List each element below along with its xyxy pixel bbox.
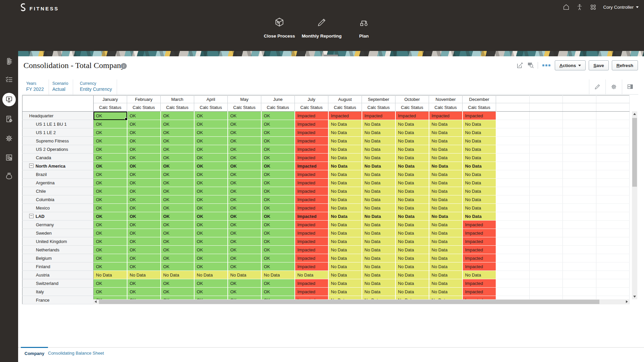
row-header[interactable]: Austria bbox=[22, 271, 94, 279]
empty-cell[interactable] bbox=[563, 179, 596, 187]
calc-status-header-empty[interactable] bbox=[596, 103, 630, 112]
empty-cell[interactable] bbox=[596, 229, 630, 237]
status-cell[interactable]: OK bbox=[261, 262, 295, 271]
status-cell[interactable]: No Data bbox=[395, 204, 429, 212]
status-cell[interactable]: OK bbox=[94, 204, 127, 212]
status-cell[interactable]: OK bbox=[161, 254, 194, 262]
row-header[interactable]: Sweden bbox=[22, 229, 94, 237]
empty-cell[interactable] bbox=[563, 170, 596, 179]
empty-cell[interactable] bbox=[496, 212, 530, 221]
status-cell[interactable]: OK bbox=[228, 246, 261, 254]
status-cell[interactable]: No Data bbox=[328, 246, 362, 254]
status-cell[interactable]: No Data bbox=[395, 212, 429, 221]
status-cell[interactable]: No Data bbox=[463, 120, 496, 128]
status-cell[interactable]: Impacted bbox=[295, 237, 328, 246]
status-cell[interactable]: No Data bbox=[362, 170, 395, 179]
status-cell[interactable]: OK bbox=[127, 170, 161, 179]
accessibility-icon[interactable] bbox=[576, 3, 583, 11]
empty-cell[interactable] bbox=[529, 137, 563, 145]
status-cell[interactable]: Impacted bbox=[295, 162, 328, 170]
status-cell[interactable]: OK bbox=[194, 112, 228, 120]
status-cell[interactable]: Impacted bbox=[295, 204, 328, 212]
scroll-down-icon[interactable] bbox=[633, 296, 636, 298]
status-cell[interactable]: OK bbox=[261, 128, 295, 137]
empty-cell[interactable] bbox=[596, 145, 630, 154]
status-cell[interactable]: Impacted bbox=[362, 112, 395, 120]
status-cell[interactable]: OK bbox=[261, 162, 295, 170]
empty-cell[interactable] bbox=[563, 162, 596, 170]
status-cell[interactable]: OK bbox=[194, 279, 228, 288]
scroll-left-icon[interactable] bbox=[95, 300, 97, 303]
status-cell[interactable]: OK bbox=[261, 137, 295, 145]
status-cell[interactable]: No Data bbox=[395, 154, 429, 162]
status-cell[interactable]: OK bbox=[127, 112, 161, 120]
status-cell[interactable]: OK bbox=[261, 212, 295, 221]
status-cell[interactable]: No Data bbox=[362, 221, 395, 229]
status-cell[interactable]: Impacted bbox=[295, 128, 328, 137]
calc-status-header[interactable]: Calc Status bbox=[328, 103, 362, 112]
column-header-empty[interactable] bbox=[563, 96, 596, 103]
calc-status-header-empty[interactable] bbox=[563, 103, 596, 112]
status-cell[interactable]: No Data bbox=[463, 162, 496, 170]
empty-cell[interactable] bbox=[563, 137, 596, 145]
status-cell[interactable]: No Data bbox=[429, 137, 463, 145]
status-cell[interactable]: No Data bbox=[429, 254, 463, 262]
status-cell[interactable]: OK bbox=[161, 246, 194, 254]
empty-cell[interactable] bbox=[563, 204, 596, 212]
empty-cell[interactable] bbox=[496, 237, 530, 246]
calc-status-header[interactable]: Calc Status bbox=[295, 103, 328, 112]
status-cell[interactable]: OK bbox=[228, 112, 261, 120]
empty-cell[interactable] bbox=[596, 212, 630, 221]
collapse-icon[interactable] bbox=[29, 214, 34, 218]
status-cell[interactable]: No Data bbox=[429, 279, 463, 288]
row-header[interactable]: Mexico bbox=[22, 204, 94, 212]
status-cell[interactable]: OK bbox=[94, 246, 127, 254]
status-cell[interactable]: OK bbox=[94, 254, 127, 262]
status-cell[interactable]: No Data bbox=[429, 195, 463, 204]
empty-cell[interactable] bbox=[596, 137, 630, 145]
empty-cell[interactable] bbox=[529, 170, 563, 179]
horizontal-scroll-thumb[interactable] bbox=[99, 300, 599, 304]
status-cell[interactable]: OK bbox=[194, 154, 228, 162]
status-cell[interactable]: No Data bbox=[395, 271, 429, 279]
status-cell[interactable]: No Data bbox=[395, 279, 429, 288]
status-cell[interactable]: OK bbox=[228, 179, 261, 187]
vertical-scroll-thumb[interactable] bbox=[632, 118, 637, 187]
status-cell[interactable]: Impacted bbox=[295, 137, 328, 145]
status-cell[interactable]: Impacted bbox=[463, 229, 496, 237]
status-cell[interactable]: No Data bbox=[362, 137, 395, 145]
row-header[interactable]: US 2 Operations bbox=[22, 145, 94, 154]
status-cell[interactable]: OK bbox=[228, 254, 261, 262]
status-cell[interactable]: No Data bbox=[295, 271, 328, 279]
status-cell[interactable]: No Data bbox=[161, 271, 194, 279]
status-cell[interactable]: OK bbox=[127, 288, 161, 296]
status-cell[interactable]: No Data bbox=[228, 271, 261, 279]
empty-cell[interactable] bbox=[496, 288, 530, 296]
status-cell[interactable]: OK bbox=[194, 170, 228, 179]
status-cell[interactable]: OK bbox=[261, 195, 295, 204]
empty-cell[interactable] bbox=[529, 195, 563, 204]
status-cell[interactable]: OK bbox=[194, 179, 228, 187]
status-cell[interactable]: No Data bbox=[362, 271, 395, 279]
status-cell[interactable]: No Data bbox=[362, 237, 395, 246]
empty-cell[interactable] bbox=[563, 229, 596, 237]
status-cell[interactable]: No Data bbox=[362, 254, 395, 262]
status-cell[interactable]: No Data bbox=[395, 162, 429, 170]
empty-cell[interactable] bbox=[529, 187, 563, 195]
status-cell[interactable]: OK bbox=[261, 154, 295, 162]
status-cell[interactable]: Impacted bbox=[295, 246, 328, 254]
status-cell[interactable]: Impacted bbox=[295, 112, 328, 120]
status-cell[interactable]: No Data bbox=[429, 170, 463, 179]
status-cell[interactable]: No Data bbox=[463, 187, 496, 195]
empty-cell[interactable] bbox=[496, 221, 530, 229]
row-header[interactable]: US 1 LE 2 bbox=[22, 128, 94, 137]
status-cell[interactable]: OK bbox=[261, 288, 295, 296]
empty-cell[interactable] bbox=[496, 128, 530, 137]
empty-cell[interactable] bbox=[596, 120, 630, 128]
empty-cell[interactable] bbox=[563, 288, 596, 296]
status-cell[interactable]: No Data bbox=[395, 262, 429, 271]
empty-cell[interactable] bbox=[563, 187, 596, 195]
empty-cell[interactable] bbox=[596, 187, 630, 195]
status-cell[interactable]: OK bbox=[161, 187, 194, 195]
status-cell[interactable]: Impacted bbox=[295, 229, 328, 237]
